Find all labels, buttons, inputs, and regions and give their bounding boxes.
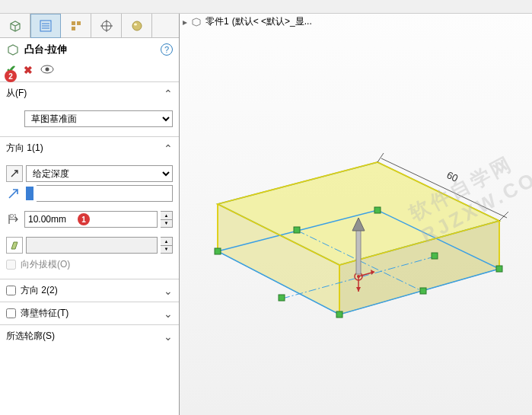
svg-rect-5 (77, 21, 81, 25)
chevron-down-icon: ⌄ (164, 285, 173, 297)
chevron-up-icon: ⌃ (164, 142, 173, 155)
svg-text:D1: D1 (10, 213, 17, 219)
direction-arrow-icon (6, 186, 21, 201)
cancel-button[interactable]: ✖ (24, 64, 33, 76)
svg-point-10 (132, 21, 142, 30)
section-contours-header[interactable]: 所选轮廓(S) ⌄ (0, 325, 179, 347)
tab-appearance[interactable] (122, 14, 152, 38)
step-badge-1: 1 (78, 213, 90, 225)
svg-rect-33 (336, 311, 342, 318)
model-canvas: 60 (180, 14, 532, 415)
config-icon (69, 19, 83, 33)
depth-icon: D1 (6, 212, 21, 227)
draft-outward-checkbox (6, 260, 16, 270)
svg-rect-30 (215, 248, 221, 254)
section-dir2-header[interactable]: 方向 2(2) ⌄ (0, 279, 179, 302)
depth-input[interactable] (24, 211, 158, 228)
step-badge-2: 2 (5, 70, 17, 82)
svg-line-35 (377, 153, 384, 162)
thin-label: 薄壁特征(T) (21, 307, 68, 320)
svg-rect-32 (496, 266, 502, 272)
svg-point-11 (134, 24, 137, 26)
draft-icon (9, 240, 20, 251)
depth-spinner[interactable]: ▲▼ (161, 211, 173, 228)
dir2-checkbox[interactable] (6, 286, 16, 295)
tab-dim[interactable] (91, 14, 122, 38)
draft-outward-label: 向外拔模(O) (21, 258, 70, 271)
reverse-icon (9, 168, 20, 179)
draft-spinner[interactable]: ▲▼ (161, 237, 173, 254)
end-condition-select[interactable]: 给定深度 (26, 165, 173, 182)
svg-point-13 (46, 67, 49, 71)
from-select[interactable]: 草图基准面 (24, 110, 173, 127)
extrude-icon (6, 43, 20, 56)
section-dir1-header[interactable]: 方向 1(1) ⌃ (0, 137, 179, 159)
svg-rect-28 (294, 227, 300, 233)
sphere-icon (130, 19, 144, 33)
thin-checkbox[interactable] (6, 308, 16, 318)
svg-rect-29 (420, 288, 426, 294)
tab-features[interactable] (0, 14, 30, 38)
panel-tabs (0, 14, 179, 38)
svg-text:60: 60 (445, 169, 460, 184)
section-thin-header[interactable]: 薄壁特征(T) ⌄ (0, 302, 179, 324)
from-label: 从(F) (6, 87, 27, 100)
dir1-label: 方向 1(1) (6, 142, 43, 155)
svg-rect-26 (279, 295, 285, 301)
reverse-direction-button[interactable] (6, 165, 23, 182)
tab-property-manager[interactable] (30, 14, 61, 38)
chevron-down-icon: ⌄ (164, 330, 173, 343)
section-from-header[interactable]: 从(F) ⌃ (0, 82, 179, 104)
chevron-up-icon: ⌃ (164, 88, 173, 100)
chevron-down-icon: ⌄ (164, 308, 173, 320)
contours-label: 所选轮廓(S) (6, 330, 55, 343)
list-icon (39, 19, 53, 33)
viewport[interactable]: ▸ 零件1 (默认< <默认>_显... (180, 14, 532, 415)
help-button[interactable]: ? (161, 43, 173, 56)
svg-rect-31 (374, 207, 381, 213)
direction-field[interactable] (37, 185, 173, 202)
target-icon (100, 19, 113, 33)
tab-config[interactable] (61, 14, 91, 38)
svg-rect-4 (72, 21, 75, 25)
feature-title: 凸台-拉伸 (24, 43, 67, 56)
direction-preview (26, 187, 33, 200)
svg-rect-27 (432, 253, 438, 259)
cube-icon (8, 19, 22, 33)
dir2-label: 方向 2(2) (21, 284, 58, 297)
draft-angle-input[interactable] (26, 237, 158, 254)
svg-line-36 (499, 212, 508, 221)
svg-rect-6 (72, 27, 75, 30)
svg-rect-44 (356, 228, 361, 274)
preview-button[interactable] (40, 64, 54, 76)
draft-button[interactable] (6, 237, 23, 254)
